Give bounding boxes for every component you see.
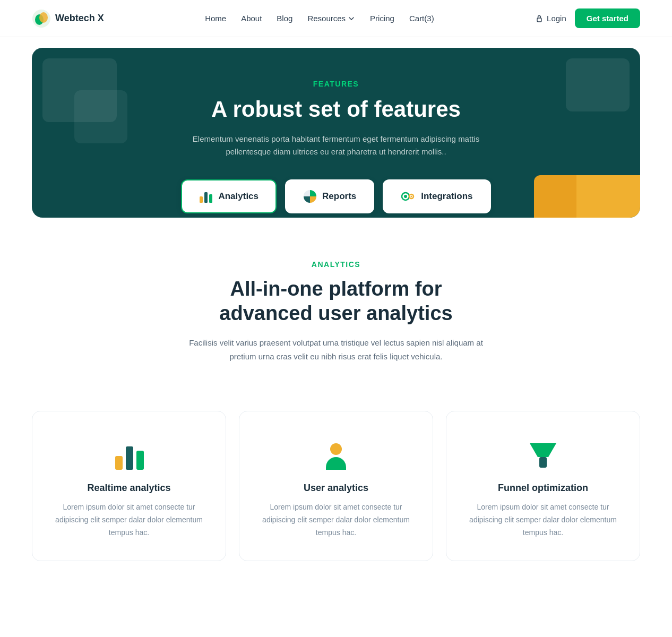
bar-chart-card-icon bbox=[48, 438, 210, 470]
svg-rect-4 bbox=[200, 196, 203, 203]
svg-point-9 bbox=[404, 195, 407, 198]
svg-rect-3 bbox=[537, 18, 541, 22]
hero-section: FEATURES A robust set of features Elemen… bbox=[32, 48, 640, 218]
svg-marker-15 bbox=[530, 443, 556, 457]
login-label: Login bbox=[547, 14, 566, 23]
svg-rect-13 bbox=[126, 446, 133, 470]
svg-rect-6 bbox=[209, 194, 212, 203]
tab-reports[interactable]: Reports bbox=[285, 179, 374, 213]
card-user-title: User analytics bbox=[255, 483, 417, 494]
tab-analytics-label: Analytics bbox=[218, 191, 259, 202]
card-realtime-analytics: Realtime analytics Lorem ipsum dolor sit… bbox=[32, 411, 226, 561]
funnel-card-icon bbox=[462, 438, 624, 470]
analytics-description: Facilisis velit varius praesent volutpat… bbox=[187, 336, 485, 363]
svg-rect-16 bbox=[539, 457, 547, 468]
nav-blog[interactable]: Blog bbox=[277, 14, 292, 23]
pie-chart-icon bbox=[303, 190, 317, 203]
card-funnel-desc: Lorem ipsum dolor sit amet consecte tur … bbox=[462, 501, 624, 539]
logo-icon bbox=[32, 9, 51, 28]
nav-cart[interactable]: Cart(3) bbox=[409, 14, 434, 23]
features-label: FEATURES bbox=[53, 80, 619, 88]
svg-rect-12 bbox=[115, 456, 123, 470]
hero-description: Elementum venenatis porta habitant ferme… bbox=[187, 133, 485, 158]
nav-home[interactable]: Home bbox=[205, 14, 226, 23]
svg-rect-5 bbox=[204, 192, 208, 203]
hero-content: FEATURES A robust set of features Elemen… bbox=[53, 80, 619, 213]
chevron-down-icon bbox=[348, 15, 355, 22]
nav-pricing[interactable]: Pricing bbox=[370, 14, 394, 23]
tab-integrations-label: Integrations bbox=[421, 191, 472, 202]
integrations-icon bbox=[401, 189, 416, 204]
svg-point-2 bbox=[39, 12, 48, 23]
user-card-icon bbox=[255, 438, 417, 470]
analytics-title: All-in-one platform foradvanced user ana… bbox=[32, 277, 640, 325]
tab-integrations[interactable]: Integrations bbox=[383, 179, 490, 213]
card-funnel-optimization: Funnel optimization Lorem ipsum dolor si… bbox=[446, 411, 640, 561]
nav-right: Login Get started bbox=[535, 8, 640, 28]
card-user-desc: Lorem ipsum dolor sit amet consecte tur … bbox=[255, 501, 417, 539]
tab-reports-label: Reports bbox=[322, 191, 356, 202]
navbar: Webtech X Home About Blog Resources Pric… bbox=[0, 0, 672, 37]
svg-rect-14 bbox=[136, 451, 144, 470]
nav-resources[interactable]: Resources bbox=[307, 14, 355, 23]
brand-name: Webtech X bbox=[55, 13, 104, 24]
nav-about[interactable]: About bbox=[241, 14, 262, 23]
card-funnel-title: Funnel optimization bbox=[462, 483, 624, 494]
svg-point-11 bbox=[411, 196, 412, 197]
get-started-button[interactable]: Get started bbox=[575, 8, 640, 28]
nav-links: Home About Blog Resources Pricing Cart(3… bbox=[205, 14, 434, 23]
analytics-label: ANALYTICS bbox=[32, 260, 640, 269]
cards-row: Realtime analytics Lorem ipsum dolor sit… bbox=[32, 411, 640, 561]
analytics-section: ANALYTICS All-in-one platform foradvance… bbox=[0, 218, 672, 384]
feature-tabs: Analytics Reports bbox=[53, 179, 619, 213]
brand-logo[interactable]: Webtech X bbox=[32, 9, 104, 28]
card-realtime-desc: Lorem ipsum dolor sit amet consecte tur … bbox=[48, 501, 210, 539]
login-button[interactable]: Login bbox=[535, 14, 566, 23]
hero-title: A robust set of features bbox=[53, 97, 619, 122]
tab-analytics[interactable]: Analytics bbox=[181, 179, 277, 213]
lock-icon bbox=[535, 14, 544, 23]
card-realtime-title: Realtime analytics bbox=[48, 483, 210, 494]
card-user-analytics: User analytics Lorem ipsum dolor sit ame… bbox=[239, 411, 433, 561]
bar-chart-icon bbox=[199, 190, 213, 203]
